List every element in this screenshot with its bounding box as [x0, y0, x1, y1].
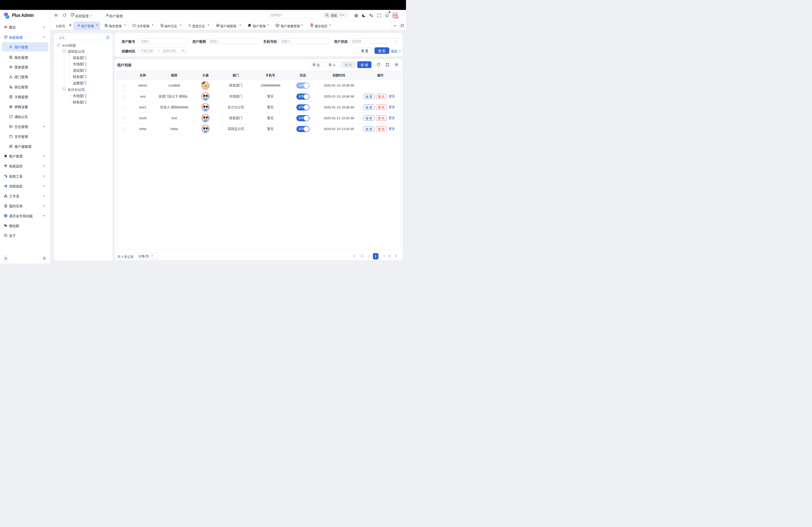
svg-text:DEV: DEV	[10, 126, 12, 127]
svg-text:redis: redis	[310, 26, 313, 28]
